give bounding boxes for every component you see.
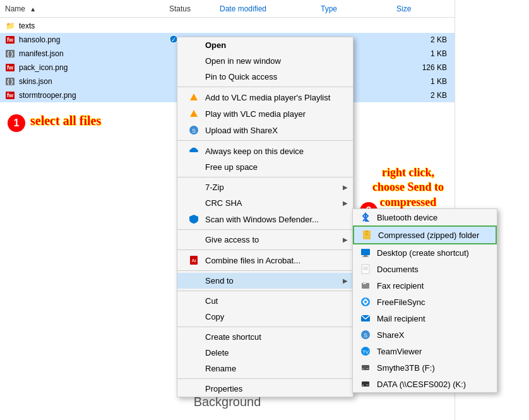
submenu-label: Desktop (create shortcut) bbox=[377, 248, 469, 258]
menu-label: Create shortcut bbox=[205, 332, 261, 342]
menu-label: Pin to Quick access bbox=[205, 72, 277, 81]
menu-item-send-to[interactable]: Send to ▶ bbox=[177, 273, 353, 289]
menu-item-scan-defender[interactable]: Scan with Windows Defender... bbox=[177, 211, 353, 227]
svg-rect-15 bbox=[362, 265, 369, 273]
menu-label: Upload with ShareX bbox=[205, 126, 278, 135]
file-icon: fw bbox=[5, 35, 15, 45]
menu-item-open-new-window[interactable]: Open in new window bbox=[177, 53, 353, 69]
menu-item-cut[interactable]: Cut bbox=[177, 293, 353, 309]
svg-text:Ai: Ai bbox=[191, 258, 196, 263]
submenu-compressed[interactable]: Compressed (zipped) folder bbox=[353, 225, 497, 244]
menu-label: Combine files in Acrobat... bbox=[205, 256, 300, 265]
submenu-sharex[interactable]: S ShareX bbox=[353, 327, 497, 343]
sharex-submenu-icon: S bbox=[359, 330, 372, 340]
svg-rect-28 bbox=[362, 368, 364, 369]
vlc-icon bbox=[187, 92, 200, 102]
svg-text:TV: TV bbox=[362, 349, 369, 355]
arrow-icon: ▶ bbox=[343, 184, 348, 191]
file-size: 126 KB bbox=[396, 63, 447, 72]
sharex-icon: S bbox=[187, 125, 200, 135]
menu-item-always-keep[interactable]: Always keep on this device bbox=[177, 143, 353, 159]
submenu-mail[interactable]: Mail recipient bbox=[353, 310, 497, 327]
defender-icon bbox=[187, 214, 200, 224]
sendto-submenu: Bluetooth device Compressed (zipped) fol… bbox=[352, 208, 497, 393]
menu-item-delete[interactable]: Delete bbox=[177, 345, 353, 361]
menu-item-open[interactable]: Open bbox=[177, 37, 353, 53]
menu-item-create-shortcut[interactable]: Create shortcut bbox=[177, 329, 353, 345]
menu-item-7zip[interactable]: 7-Zip ▶ bbox=[177, 179, 353, 195]
submenu-label: TeamViewer bbox=[377, 347, 422, 356]
menu-item-sharex[interactable]: S Upload with ShareX bbox=[177, 122, 353, 138]
menu-item-vlc-play[interactable]: Play with VLC media player bbox=[177, 105, 353, 122]
ffs-icon bbox=[359, 297, 372, 307]
menu-label: Delete bbox=[205, 348, 229, 357]
acrobat-icon: Ai bbox=[187, 255, 200, 265]
submenu-label: ShareX bbox=[377, 330, 404, 340]
file-name: hansolo.png bbox=[19, 35, 169, 44]
submenu-label: Bluetooth device bbox=[377, 213, 437, 222]
menu-item-combine-acrobat[interactable]: Ai Combine files in Acrobat... bbox=[177, 252, 353, 268]
submenu-label: Fax recipient bbox=[377, 281, 424, 291]
file-size: 2 KB bbox=[396, 35, 447, 44]
submenu-label: FreeFileSync bbox=[377, 297, 425, 307]
menu-item-pin-quick[interactable]: Pin to Quick access bbox=[177, 69, 353, 85]
fax-icon bbox=[359, 280, 372, 291]
svg-rect-13 bbox=[364, 255, 367, 256]
teamviewer-icon: TV bbox=[359, 346, 372, 356]
col-header-date[interactable]: Date modified bbox=[220, 4, 321, 13]
submenu-desktop[interactable]: Desktop (create shortcut) bbox=[353, 244, 497, 261]
file-icon: fw bbox=[5, 90, 15, 100]
menu-item-copy[interactable]: Copy bbox=[177, 309, 353, 325]
menu-separator bbox=[177, 177, 353, 177]
file-name: stormtrooper.png bbox=[19, 91, 169, 100]
menu-label: Cut bbox=[205, 296, 218, 306]
menu-separator bbox=[177, 378, 353, 379]
menu-item-crcsha[interactable]: CRC SHA ▶ bbox=[177, 195, 353, 211]
menu-item-give-access[interactable]: Give access to ▶ bbox=[177, 232, 353, 248]
submenu-label: Compressed (zipped) folder bbox=[378, 231, 479, 240]
file-icon: { } bbox=[5, 49, 15, 59]
col-header-name[interactable]: Name ▲ bbox=[5, 4, 169, 13]
menu-label: Rename bbox=[205, 364, 236, 373]
svg-text:✓: ✓ bbox=[171, 36, 176, 43]
drive-f-icon bbox=[359, 363, 372, 373]
svg-text:S: S bbox=[364, 332, 367, 339]
file-name: manifest.json bbox=[19, 49, 169, 58]
menu-item-rename[interactable]: Rename bbox=[177, 361, 353, 376]
vlc-play-icon bbox=[187, 109, 200, 119]
file-row[interactable]: 📁 texts bbox=[0, 19, 455, 33]
menu-label: Open in new window bbox=[205, 56, 281, 66]
submenu-label: Smythe3TB (F:) bbox=[377, 363, 435, 373]
submenu-teamviewer[interactable]: TV TeamViewer bbox=[353, 343, 497, 359]
submenu-label: Mail recipient bbox=[377, 314, 425, 323]
file-icon: { } bbox=[5, 76, 15, 87]
menu-item-properties[interactable]: Properties bbox=[177, 381, 353, 397]
svg-rect-11 bbox=[366, 234, 368, 235]
submenu-smythe3tb[interactable]: Smythe3TB (F:) bbox=[353, 359, 497, 376]
submenu-fax[interactable]: Fax recipient bbox=[353, 277, 497, 294]
submenu-freefilesync[interactable]: FreeFileSync bbox=[353, 294, 497, 310]
svg-rect-14 bbox=[362, 256, 369, 257]
menu-item-vlc-playlist[interactable]: Add to VLC media player's Playlist bbox=[177, 89, 353, 105]
col-header-status[interactable]: Status bbox=[169, 4, 220, 13]
submenu-documents[interactable]: Documents bbox=[353, 261, 497, 277]
file-size: 1 KB bbox=[396, 49, 447, 58]
menu-label: Free up space bbox=[205, 162, 258, 172]
menu-separator bbox=[177, 249, 353, 250]
documents-icon bbox=[359, 264, 372, 274]
table-header: Name ▲ Status Date modified Type Size bbox=[0, 0, 455, 18]
col-header-type[interactable]: Type bbox=[321, 4, 396, 13]
submenu-bluetooth[interactable]: Bluetooth device bbox=[353, 209, 497, 225]
menu-label: Open bbox=[205, 40, 226, 50]
menu-separator bbox=[177, 87, 353, 87]
mail-icon bbox=[359, 313, 372, 323]
submenu-label: DATA (\\CESFS002) (K:) bbox=[377, 380, 466, 389]
menu-label: Copy bbox=[205, 312, 224, 321]
col-header-size[interactable]: Size bbox=[396, 4, 447, 13]
menu-label: Play with VLC media player bbox=[205, 109, 306, 119]
menu-separator bbox=[177, 270, 353, 271]
svg-rect-12 bbox=[361, 249, 370, 255]
menu-item-free-up[interactable]: Free up space bbox=[177, 159, 353, 175]
cloud-icon bbox=[187, 146, 200, 156]
submenu-data[interactable]: DATA (\\CESFS002) (K:) bbox=[353, 376, 497, 392]
